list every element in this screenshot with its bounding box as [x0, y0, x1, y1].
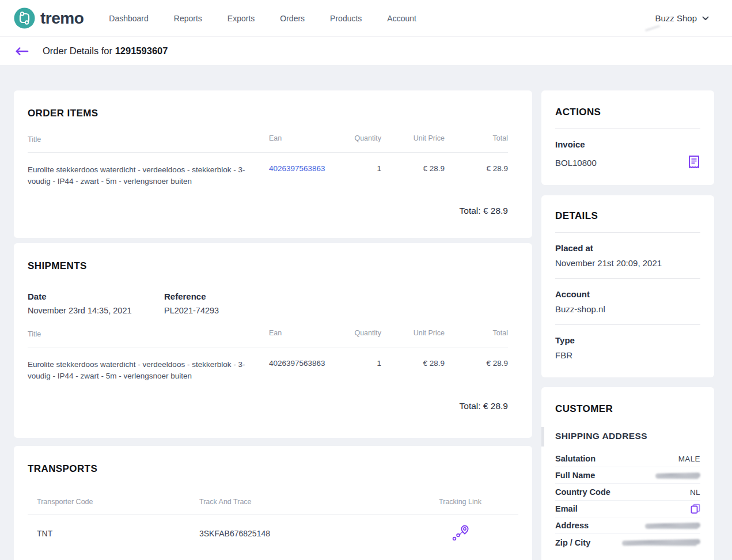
actions-title: ACTIONS	[555, 107, 700, 118]
brand-name: tremo	[40, 9, 84, 28]
nav-item-account[interactable]: Account	[387, 14, 416, 23]
nav-item-products[interactable]: Products	[330, 14, 362, 23]
detail-label: Type	[555, 335, 700, 345]
page-header: Order Details for 1291593607	[0, 36, 732, 65]
item-unit-price: € 28.9	[381, 359, 445, 383]
customer-row-country-code: Country Code NL	[555, 484, 700, 501]
invoice-number: BOL10800	[555, 158, 597, 168]
invoice-label: Invoice	[555, 139, 700, 149]
copy-icon[interactable]	[691, 504, 700, 514]
shipment-reference-label: Reference	[164, 292, 301, 301]
item-quantity: 1	[338, 164, 381, 188]
row-value: NL	[690, 488, 700, 497]
col-total: Total	[445, 134, 508, 145]
shipments-table: Title Ean Quantity Unit Price Total Euro…	[28, 329, 508, 382]
divider	[555, 128, 700, 129]
smudge-mark	[645, 25, 660, 32]
nav-item-exports[interactable]: Exports	[227, 14, 255, 23]
nav-item-orders[interactable]: Orders	[280, 14, 305, 23]
row-label: Email	[555, 504, 578, 513]
redacted-value	[645, 522, 700, 528]
shipments-table-header: Title Ean Quantity Unit Price Total	[28, 329, 508, 347]
customer-row-email: Email	[555, 501, 700, 517]
item-ean-link[interactable]: 4026397563863	[269, 164, 338, 188]
col-ean: Ean	[269, 134, 338, 145]
nav-item-reports[interactable]: Reports	[174, 14, 202, 23]
col-title: Title	[28, 134, 269, 145]
item-title: Eurolite stekkerdoos waterdicht - verdee…	[28, 164, 269, 188]
detail-value: FBR	[555, 350, 700, 360]
customer-row-address: Address	[555, 517, 700, 534]
order-items-card: ORDER ITEMS Title Ean Quantity Unit Pric…	[14, 90, 532, 238]
back-arrow-icon[interactable]	[15, 47, 29, 56]
customer-row-full-name: Full Name	[555, 467, 700, 484]
shipping-address-title: SHIPPING ADDRESS	[555, 431, 700, 441]
row-value: MALE	[678, 455, 700, 463]
customer-row-zip-city: Zip / City	[555, 534, 700, 551]
redacted-value	[622, 539, 700, 546]
brand-logo[interactable]: tremo	[14, 7, 84, 29]
customer-row-salutation: Salutation MALE	[555, 451, 700, 467]
details-title: DETAILS	[555, 210, 700, 222]
shipment-date-value: November 23rd 14:35, 2021	[28, 306, 164, 315]
transports-table-header: Transporter Code Track And Trace Trackin…	[28, 498, 518, 514]
chevron-down-icon	[702, 16, 709, 21]
divider	[555, 278, 700, 279]
col-title: Title	[28, 329, 269, 340]
shop-selector-label: Buzz Shop	[655, 13, 697, 23]
main-nav: Dashboard Reports Exports Orders Product…	[109, 14, 416, 23]
transport-row: TNT 3SKFAB676825148	[28, 514, 518, 546]
order-items-table-header: Title Ean Quantity Unit Price Total	[28, 134, 508, 153]
col-total: Total	[445, 329, 508, 340]
shipment-meta: Date November 23rd 14:35, 2021 Reference…	[28, 292, 508, 315]
col-ean: Ean	[269, 329, 338, 340]
transporter-code: TNT	[37, 529, 199, 538]
divider	[555, 324, 700, 325]
item-total: € 28.9	[445, 164, 508, 188]
receipt-icon[interactable]	[688, 155, 700, 170]
item-ean: 4026397563863	[269, 359, 338, 383]
order-items-table: Title Ean Quantity Unit Price Total Euro…	[28, 134, 508, 187]
track-and-trace: 3SKFAB676825148	[199, 529, 411, 538]
item-unit-price: € 28.9	[381, 164, 445, 188]
transports-title: TRANSPORTS	[28, 463, 518, 475]
detail-section-placed-at: Placed at November 21st 20:09, 2021	[555, 243, 700, 268]
customer-title: CUSTOMER	[555, 403, 700, 415]
shipment-item-row: Eurolite stekkerdoos waterdicht - verdee…	[28, 347, 508, 383]
tremo-logo-icon	[14, 7, 35, 29]
item-total: € 28.9	[445, 359, 508, 383]
item-quantity: 1	[338, 359, 381, 383]
detail-section-type: Type FBR	[555, 335, 700, 360]
col-tracking-link: Tracking Link	[411, 498, 509, 506]
actions-card: ACTIONS Invoice BOL10800	[541, 90, 714, 185]
divider	[555, 232, 700, 233]
customer-card: CUSTOMER SHIPPING ADDRESS Salutation MAL…	[541, 387, 714, 560]
row-label: Salutation	[555, 454, 596, 463]
order-id: 1291593607	[115, 46, 168, 56]
item-title: Eurolite stekkerdoos waterdicht - verdee…	[28, 359, 269, 383]
row-label: Full Name	[555, 471, 595, 480]
shipping-address-rows: Salutation MALE Full Name Country Code N…	[555, 451, 700, 551]
shipments-grand-total: Total: € 28.9	[28, 401, 508, 411]
shipment-reference-value: PL2021-74293	[164, 306, 301, 315]
detail-value: November 21st 20:09, 2021	[555, 258, 700, 268]
col-unit-price: Unit Price	[381, 134, 445, 145]
col-unit-price: Unit Price	[381, 329, 445, 340]
row-label: Zip / City	[555, 538, 590, 547]
order-items-grand-total: Total: € 28.9	[28, 206, 508, 216]
shipment-date-label: Date	[28, 292, 164, 301]
shop-selector[interactable]: Buzz Shop	[655, 13, 709, 23]
route-pin-icon[interactable]	[451, 524, 469, 542]
page-title: Order Details for 1291593607	[43, 46, 168, 56]
col-quantity: Quantity	[338, 329, 381, 340]
col-quantity: Quantity	[338, 134, 381, 145]
shipments-card: SHIPMENTS Date November 23rd 14:35, 2021…	[14, 243, 532, 437]
shipments-title: SHIPMENTS	[28, 260, 508, 272]
col-track-and-trace: Track And Trace	[199, 498, 411, 506]
detail-label: Placed at	[555, 243, 700, 253]
nav-item-dashboard[interactable]: Dashboard	[109, 14, 149, 23]
row-label: Address	[555, 521, 589, 530]
detail-value: Buzz-shop.nl	[555, 304, 700, 314]
order-items-title: ORDER ITEMS	[28, 108, 508, 119]
row-label: Country Code	[555, 487, 610, 497]
